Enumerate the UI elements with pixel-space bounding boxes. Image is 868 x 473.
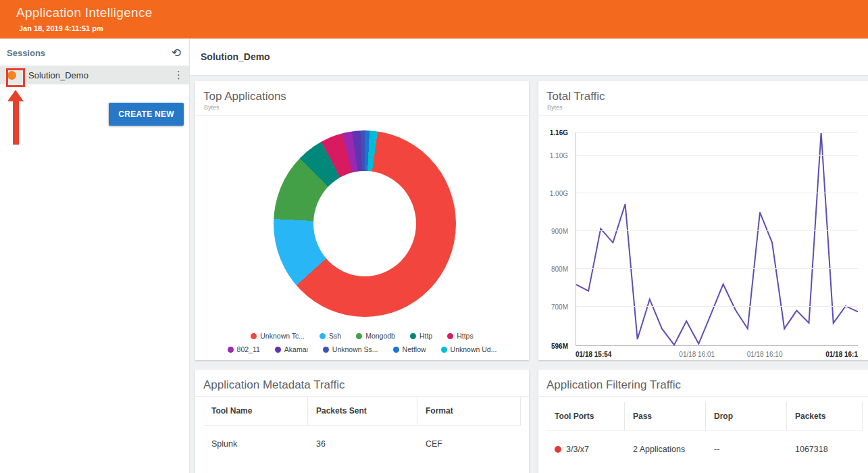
total-traffic-card: Total Traffic Bytes 1.16G1.10G1.00G900M8… <box>538 81 868 360</box>
main-content: Solution_Demo Top Applications Bytes Unk… <box>190 39 868 473</box>
gridline <box>576 155 858 156</box>
cell-value: -- <box>714 445 719 454</box>
app-title: Application Intelligence <box>16 5 153 20</box>
column-header[interactable]: Format <box>417 397 521 425</box>
legend-item[interactable]: 802_11 <box>228 345 260 353</box>
legend-dot <box>275 347 281 353</box>
legend-label: Http <box>419 332 432 340</box>
x-tick-label: 01/18 16:10 <box>747 351 783 358</box>
legend-dot <box>447 333 453 339</box>
legend-dot <box>323 347 329 353</box>
sessions-label: Sessions <box>7 48 45 58</box>
traffic-x-axis: 01/18 15:5401/18 16:0101/18 16:1001/18 1… <box>576 349 858 360</box>
legend-label: Akamai <box>284 345 308 353</box>
content-header: Solution_Demo <box>190 39 868 76</box>
legend-label: Unknown Ss... <box>332 345 378 353</box>
donut-legend: Unknown Tc...SshMongodbHttpHttps 802_11A… <box>195 326 529 353</box>
legend-item[interactable]: Https <box>447 332 474 340</box>
sessions-sidebar: Sessions ⟲ Solution_Demo ⋮ CREATE NEW <box>0 39 190 473</box>
cell-value: 36 <box>316 439 326 449</box>
y-tick-label: 1.16G <box>550 129 568 136</box>
divider <box>538 396 868 397</box>
legend-label: Https <box>457 332 474 340</box>
legend-label: Netflow <box>403 345 426 353</box>
y-tick-label: 1.10G <box>550 151 568 159</box>
y-tick-label: 1.00G <box>550 189 568 197</box>
traffic-line-svg <box>576 132 858 345</box>
traffic-plot[interactable] <box>576 132 858 346</box>
gridline <box>576 132 858 133</box>
kebab-menu-icon[interactable]: ⋮ <box>174 69 184 81</box>
top-applications-card: Top Applications Bytes Unknown Tc...SshM… <box>195 81 529 360</box>
top-bar: Application Intelligence Jan 18, 2019 4:… <box>0 0 868 39</box>
cell-value: 3/3/x7 <box>566 445 589 454</box>
donut-chart[interactable] <box>274 130 456 317</box>
legend-item[interactable]: Unknown Ss... <box>323 345 378 353</box>
donut-hole <box>313 171 416 276</box>
column-header[interactable]: Tool Ports <box>546 402 625 430</box>
table-cell: 36 <box>308 426 417 458</box>
y-tick-label: 596M <box>551 343 568 350</box>
column-header[interactable]: Packets <box>787 402 863 430</box>
table-cell: CEF <box>417 426 521 458</box>
card-unit: Bytes <box>195 103 529 111</box>
legend-dot <box>228 347 234 353</box>
cell-value: Splunk <box>211 439 237 449</box>
legend-label: Mongodb <box>365 332 395 340</box>
table-body: Splunk36CEF <box>203 426 521 458</box>
traffic-y-axis: 1.16G1.10G1.00G900M800M700M596M <box>538 132 572 346</box>
column-header[interactable]: Drop <box>706 402 787 430</box>
column-header[interactable]: Packets Sent <box>308 397 417 425</box>
card-title: Total Traffic <box>538 81 868 103</box>
x-tick-label: 01/18 16:1 <box>825 351 858 358</box>
annotation-highlight-box <box>6 68 25 87</box>
legend-item[interactable]: Unknown Ud... <box>441 345 497 353</box>
filtering-table: Tool PortsPassDropPackets 3/3/x72 Applic… <box>538 402 868 464</box>
x-tick-label: 01/18 15:54 <box>576 351 611 358</box>
session-list-item[interactable]: Solution_Demo ⋮ <box>0 66 189 84</box>
column-header[interactable]: Tool Name <box>203 397 308 425</box>
history-icon[interactable]: ⟲ <box>172 47 181 59</box>
cell-value: 1067318 <box>795 445 828 454</box>
divider <box>538 115 868 116</box>
metadata-table: Tool NamePackets SentFormat Splunk36CEF <box>195 397 529 458</box>
donut-legend-row-1: Unknown Tc...SshMongodbHttpHttps <box>195 332 529 340</box>
x-tick-label: 01/18 16:01 <box>679 351 715 358</box>
table-body: 3/3/x72 Applications--1067318 <box>546 431 863 464</box>
annotation-arrow-head <box>7 90 24 101</box>
filtering-traffic-card: Application Filtering Traffic Tool Ports… <box>538 370 868 473</box>
gridline <box>576 193 858 193</box>
table-row[interactable]: Splunk36CEF <box>203 426 521 458</box>
table-header-row: Tool NamePackets SentFormat <box>203 397 521 426</box>
y-tick-label: 900M <box>551 227 568 234</box>
annotation-arrow-shaft <box>13 101 19 145</box>
legend-item[interactable]: Netflow <box>393 345 426 353</box>
gridline <box>576 306 858 307</box>
column-header[interactable]: Pass <box>625 402 706 430</box>
table-cell: 2 Applications <box>625 431 706 464</box>
legend-dot <box>356 333 362 339</box>
table-cell: 3/3/x7 <box>546 431 625 464</box>
app-datetime: Jan 18, 2019 4:11:51 pm <box>19 24 103 32</box>
table-row[interactable]: 3/3/x72 Applications--1067318 <box>546 431 863 464</box>
legend-item[interactable]: Akamai <box>275 345 308 353</box>
legend-label: Unknown Ud... <box>451 345 497 353</box>
legend-dot <box>251 333 257 339</box>
status-dot <box>555 446 561 453</box>
y-tick-label: 700M <box>551 303 568 310</box>
legend-item[interactable]: Http <box>410 332 432 340</box>
card-title: Top Applications <box>195 81 529 103</box>
application-intelligence-window: Application Intelligence Jan 18, 2019 4:… <box>0 0 868 473</box>
metadata-traffic-card: Application Metadata Traffic Tool NamePa… <box>195 370 529 473</box>
annotation-arrow <box>7 90 24 147</box>
table-cell: 1067318 <box>787 431 863 464</box>
gridline <box>576 230 858 231</box>
legend-item[interactable]: Ssh <box>320 332 341 340</box>
cell-value: 2 Applications <box>633 445 685 454</box>
legend-item[interactable]: Mongodb <box>356 332 395 340</box>
session-name: Solution_Demo <box>28 70 88 80</box>
create-new-button[interactable]: CREATE NEW <box>109 103 184 126</box>
table-header-row: Tool PortsPassDropPackets <box>546 402 863 431</box>
y-tick-label: 800M <box>551 265 568 272</box>
legend-item[interactable]: Unknown Tc... <box>251 332 305 340</box>
